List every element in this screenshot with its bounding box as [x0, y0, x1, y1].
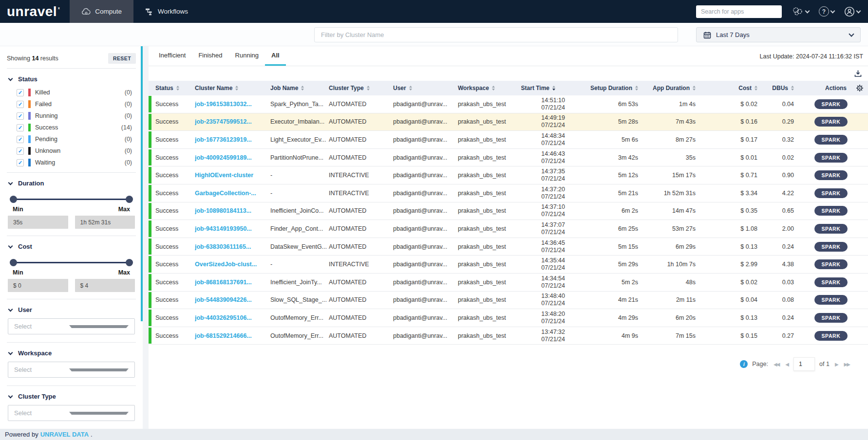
spark-button[interactable]: SPARK — [814, 295, 848, 305]
cluster-name-link[interactable]: job-167736123919... — [195, 136, 270, 143]
cluster-name-link[interactable]: job-681529214666... — [195, 332, 270, 339]
spark-button[interactable]: SPARK — [814, 224, 848, 234]
cost-min-value[interactable]: $ 0 — [8, 279, 68, 292]
duration-max-value[interactable]: 1h 52m 31s — [75, 216, 135, 229]
status-checkbox[interactable]: ✓ — [17, 136, 24, 143]
first-page-button[interactable]: ◀◀ — [773, 362, 780, 367]
cluster-name-link[interactable]: job-400924599189... — [195, 154, 270, 161]
column-settings-gear-icon[interactable] — [856, 84, 864, 92]
sort-icon[interactable] — [693, 86, 696, 91]
duration-slider-max-handle[interactable] — [126, 196, 133, 203]
sort-icon[interactable] — [176, 86, 179, 91]
spark-button[interactable]: SPARK — [814, 259, 848, 269]
date-range-select[interactable]: Last 7 Days — [696, 27, 861, 42]
column-header[interactable]: Job Name — [270, 85, 329, 92]
table-row: Success job-943149193950... Finder_App_C… — [149, 220, 868, 238]
table-tab[interactable]: Finished — [192, 46, 228, 66]
cluster-name-link[interactable]: job-196153813032... — [195, 101, 270, 108]
spark-button[interactable]: SPARK — [814, 117, 848, 127]
cluster-type-select[interactable]: Select — [8, 405, 135, 421]
workspace-select[interactable]: Select — [8, 362, 135, 378]
workspace-section-header[interactable]: Workspace — [7, 348, 136, 361]
sort-icon[interactable] — [492, 86, 495, 91]
job-name-cell: Slow_SQL_Stage_... — [270, 296, 329, 303]
status-checkbox[interactable]: ✓ — [17, 159, 24, 166]
column-header[interactable]: Setup Duration — [565, 85, 648, 92]
column-header[interactable]: Cost — [705, 85, 767, 92]
cluster-name-link[interactable]: HighIOEvent-cluster — [195, 172, 270, 179]
user-section-header[interactable]: User — [7, 304, 136, 317]
spark-button[interactable]: SPARK — [814, 313, 848, 323]
column-header[interactable]: DBUs — [767, 85, 804, 92]
sort-icon[interactable] — [409, 86, 412, 91]
table-tab[interactable]: Running — [229, 46, 265, 66]
user-dropdown[interactable] — [844, 6, 860, 17]
spark-button[interactable]: SPARK — [814, 277, 848, 287]
spark-button[interactable]: SPARK — [814, 188, 848, 198]
table-tab[interactable]: All — [265, 46, 286, 66]
cluster-type-section-header[interactable]: Cluster Type — [7, 391, 136, 404]
column-header[interactable]: Status — [149, 85, 195, 92]
cluster-name-link[interactable]: OverSizedJob-clust... — [195, 261, 270, 268]
column-header[interactable]: Cluster Name — [195, 85, 270, 92]
duration-slider-min-handle[interactable] — [10, 196, 17, 203]
status-checkbox[interactable]: ✓ — [17, 101, 24, 108]
spark-button[interactable]: SPARK — [814, 135, 848, 145]
nav-tab-workflows[interactable]: Workflows — [133, 0, 200, 23]
last-page-button[interactable]: ▶▶ — [843, 362, 850, 367]
spark-button[interactable]: SPARK — [814, 99, 848, 109]
cluster-name-link[interactable]: job-108980184113... — [195, 207, 270, 214]
spark-button[interactable]: SPARK — [814, 331, 848, 341]
user-select[interactable]: Select — [8, 318, 135, 334]
spark-button[interactable]: SPARK — [814, 206, 848, 216]
spark-button[interactable]: SPARK — [814, 242, 848, 252]
duration-section-header[interactable]: Duration — [7, 178, 136, 191]
status-checkbox[interactable]: ✓ — [17, 89, 24, 96]
unravel-data-link[interactable]: UNRAVEL DATA — [40, 431, 89, 438]
cost-max-value[interactable]: $ 4 — [75, 279, 135, 292]
cluster-menu-dropdown[interactable] — [792, 6, 809, 17]
download-button[interactable] — [853, 69, 863, 78]
column-header[interactable]: Workspace — [458, 85, 519, 92]
column-header[interactable]: Cluster Type — [329, 85, 393, 92]
nav-tab-compute[interactable]: Compute — [70, 0, 133, 23]
spark-button[interactable]: SPARK — [814, 153, 848, 163]
column-header[interactable]: App Duration — [648, 85, 705, 92]
status-section-header[interactable]: Status — [7, 73, 136, 87]
search-input[interactable] — [696, 5, 782, 18]
duration-range-slider — [10, 196, 133, 203]
help-dropdown[interactable]: ? — [819, 6, 834, 17]
sort-icon[interactable] — [301, 86, 304, 91]
sort-icon[interactable] — [235, 86, 238, 91]
cost-slider-min-handle[interactable] — [10, 259, 17, 266]
page-number-input[interactable] — [793, 357, 815, 371]
cost-slider-max-handle[interactable] — [126, 259, 133, 266]
cluster-name-link[interactable]: job-638303611165... — [195, 243, 270, 250]
column-header[interactable]: Start Time — [519, 85, 565, 92]
cluster-name-link[interactable]: job-868168137691... — [195, 279, 270, 286]
sort-icon[interactable] — [755, 86, 757, 91]
prev-page-button[interactable]: ◀ — [784, 362, 789, 367]
cluster-name-filter-input[interactable] — [314, 27, 678, 42]
status-checkbox[interactable]: ✓ — [17, 112, 24, 120]
workflow-icon — [145, 8, 153, 16]
sort-icon[interactable] — [791, 86, 794, 91]
sort-icon[interactable] — [552, 86, 555, 91]
table-tab[interactable]: Inefficient — [152, 46, 192, 66]
cluster-name-link[interactable]: job-544839094226... — [195, 296, 270, 303]
sort-icon[interactable] — [367, 86, 370, 91]
cluster-name-link[interactable]: job-235747599512... — [195, 118, 270, 125]
cluster-name-link[interactable]: GarbageCollection-... — [195, 190, 270, 197]
cluster-type-cell: AUTOMATED — [329, 101, 393, 108]
status-checkbox[interactable]: ✓ — [17, 124, 24, 131]
cluster-name-link[interactable]: job-943149193950... — [195, 225, 270, 232]
cost-section-header[interactable]: Cost — [7, 241, 136, 254]
column-header[interactable]: User — [393, 85, 458, 92]
spark-button[interactable]: SPARK — [814, 170, 848, 180]
next-page-button[interactable]: ▶ — [834, 362, 839, 367]
status-checkbox[interactable]: ✓ — [17, 147, 24, 155]
duration-min-value[interactable]: 35s — [8, 216, 68, 229]
reset-filters-button[interactable]: RESET — [108, 53, 136, 64]
sort-icon[interactable] — [635, 86, 638, 91]
cluster-name-link[interactable]: job-440326295106... — [195, 314, 270, 321]
